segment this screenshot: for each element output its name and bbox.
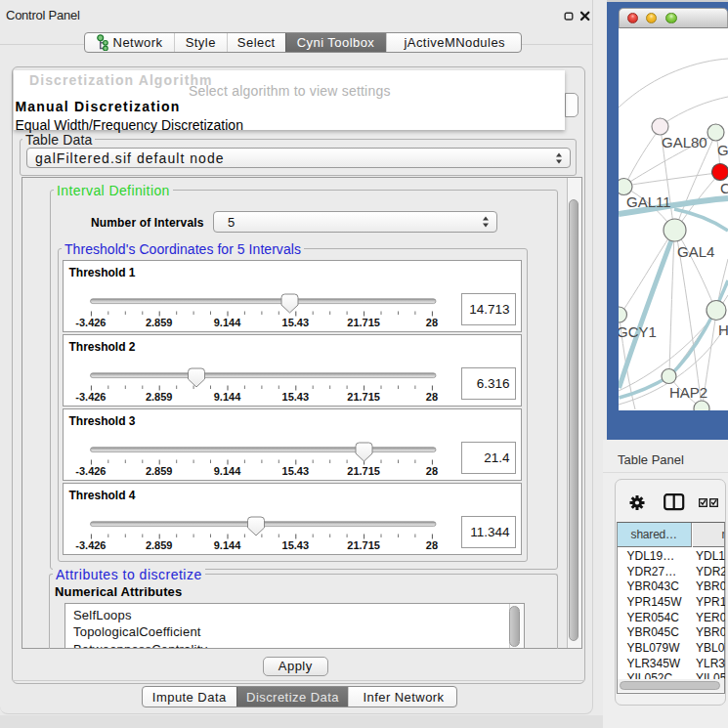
svg-text:C: C bbox=[720, 180, 728, 196]
svg-text:H: H bbox=[718, 321, 728, 338]
svg-text:HAP2: HAP2 bbox=[669, 384, 707, 401]
svg-text:GAL80: GAL80 bbox=[662, 134, 707, 150]
svg-text:GAL4: GAL4 bbox=[677, 243, 714, 260]
svg-text:GA: GA bbox=[717, 142, 728, 158]
svg-text:GCY1: GCY1 bbox=[619, 323, 657, 340]
svg-text:GAL11: GAL11 bbox=[626, 193, 671, 210]
